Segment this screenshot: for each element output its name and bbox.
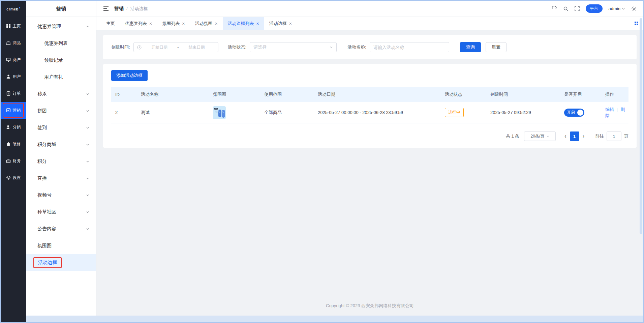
submenu-item-label: 氛围图: [37, 243, 52, 249]
sidebar-item-marketing[interactable]: 营销: [1, 102, 26, 119]
submenu-item-atmosphere[interactable]: 氛围图: [26, 237, 96, 254]
filter-panel: 创建时间: 开始日期 - 结束日期 活动状态: 请选择 活动名称: 查询 重置: [103, 35, 637, 59]
submenu-item-seckill[interactable]: 秒杀: [26, 86, 96, 102]
submenu-item-label: 积分: [37, 158, 47, 165]
close-icon[interactable]: ×: [149, 21, 152, 26]
page-size-value: 20条/页: [531, 134, 545, 139]
page-number-current[interactable]: 1: [570, 131, 579, 141]
column-header: 使用范围: [260, 91, 314, 97]
search-button[interactable]: 查询: [460, 42, 481, 52]
submenu-item-label: 直播: [37, 175, 47, 181]
refresh-icon[interactable]: [552, 6, 557, 11]
tab-coupon-list[interactable]: 优惠券列表×: [120, 17, 157, 30]
goto-page-input[interactable]: [607, 131, 621, 141]
toggle-knob: [577, 110, 583, 116]
search-icon[interactable]: [563, 6, 569, 11]
chevron-down-icon: [86, 143, 89, 146]
submenu-item-label: 公告内容: [37, 226, 56, 232]
close-icon[interactable]: ×: [182, 21, 185, 26]
next-page-icon[interactable]: ›: [579, 133, 588, 139]
tab-activity-border[interactable]: 活动边框×: [264, 17, 297, 30]
submenu-item-video-account[interactable]: 视频号: [26, 187, 96, 204]
sidebar-item-goods[interactable]: 商品: [1, 34, 26, 51]
submenu-item-label: 拼团: [37, 108, 47, 114]
chevron-down-icon: [622, 7, 625, 10]
reset-button[interactable]: 重置: [486, 42, 507, 52]
table-body: 2 测试 SHO: [111, 102, 628, 123]
activity-name-input[interactable]: [370, 42, 449, 52]
submenu-item-coupon-list[interactable]: 优惠券列表: [26, 35, 96, 52]
chevron-down-icon: [86, 160, 89, 163]
user-menu[interactable]: admin: [609, 6, 625, 11]
submenu-item-community[interactable]: 种草社区: [26, 204, 96, 221]
sidebar-item-settings[interactable]: 设置: [1, 169, 26, 186]
toggle-label: 开启: [567, 110, 575, 115]
chevron-up-icon: [86, 25, 89, 28]
submenu-item-claim-records[interactable]: 领取记录: [26, 52, 96, 69]
tab-label: 主页: [106, 21, 115, 27]
sidebar-item-distribution[interactable]: 分销: [1, 119, 26, 136]
sidebar-item-decorate[interactable]: 装修: [1, 136, 26, 152]
submenu-item-user-gift[interactable]: 用户有礼: [26, 69, 96, 86]
goto-suffix: 页: [624, 133, 628, 139]
submenu-item-activity-border[interactable]: 活动边框: [26, 254, 96, 271]
table-header-row: ID 活动名称 氛围图 使用范围 活动日期 活动状态 创建时间 是否开启 操作: [111, 87, 628, 102]
sidebar-item-label: 装修: [13, 141, 21, 147]
cell-switch: 开启: [560, 109, 601, 117]
date-range-picker[interactable]: 开始日期 - 结束日期: [133, 42, 218, 52]
submenu-item-label: 签到: [37, 125, 47, 131]
order-icon: [6, 91, 11, 96]
submenu-item-points[interactable]: 积分: [26, 153, 96, 170]
tab-activity-atmosphere[interactable]: 活动氛围×: [190, 17, 222, 30]
submenu-item-live[interactable]: 直播: [26, 170, 96, 187]
close-icon[interactable]: ×: [289, 21, 292, 26]
status-label: 活动状态:: [228, 44, 247, 50]
submenu-item-signin[interactable]: 签到: [26, 119, 96, 136]
sidebar-item-finance[interactable]: 财务: [1, 152, 26, 169]
end-date-placeholder: 结束日期: [179, 45, 215, 50]
cell-created-at: 2025-05-27 09:52:29: [486, 110, 560, 115]
page-size-select[interactable]: 20条/页: [524, 131, 556, 141]
settings-gear-icon[interactable]: [631, 6, 637, 11]
sidebar-item-label: 财务: [13, 158, 21, 164]
add-activity-border-button[interactable]: 添加活动边框: [111, 70, 148, 81]
submenu-item-groupbuy[interactable]: 拼团: [26, 102, 96, 119]
cell-date-range: 2025-05-27 00:00:00 - 2025-06-28 23:59:5…: [314, 110, 441, 115]
goto-page: 前往 页: [595, 131, 628, 141]
tab-activity-border-list[interactable]: 活动边框列表×: [223, 17, 264, 30]
platform-badge[interactable]: 平台: [586, 4, 603, 13]
close-icon[interactable]: ×: [256, 21, 259, 26]
sidebar-item-merchant[interactable]: 商户: [1, 51, 26, 68]
bottom-scrollbar-strip[interactable]: [26, 316, 643, 322]
edit-link[interactable]: 编辑: [605, 107, 614, 112]
cell-id: 2: [111, 110, 137, 115]
column-header: 氛围图: [209, 91, 260, 97]
atmosphere-thumbnail[interactable]: SHO: [213, 106, 226, 119]
status-select[interactable]: 请选择: [250, 42, 337, 52]
enable-toggle[interactable]: 开启: [564, 109, 584, 117]
sidebar-item-user[interactable]: 用户: [1, 68, 26, 85]
distribution-icon: [6, 125, 11, 129]
tab-options-icon[interactable]: [634, 21, 639, 26]
sidebar-item-order[interactable]: 订单: [1, 85, 26, 102]
sidebar-item-label: 订单: [13, 91, 21, 96]
breadcrumb-root[interactable]: 营销: [114, 6, 124, 12]
fullscreen-icon[interactable]: [575, 6, 580, 11]
close-icon[interactable]: ×: [215, 21, 217, 26]
submenu-item-announcement[interactable]: 公告内容: [26, 221, 96, 237]
tab-atmosphere-list[interactable]: 氛围列表×: [157, 17, 190, 30]
sidebar-item-home[interactable]: 主页: [1, 18, 26, 34]
tabs-bar: 主页 优惠券列表× 氛围列表× 活动氛围× 活动边框列表× 活动边框×: [96, 17, 643, 30]
submenu-item-coupon-manage[interactable]: 优惠券管理: [26, 18, 96, 35]
chevron-down-icon: [546, 135, 549, 138]
marketing-icon: [6, 108, 11, 113]
decorate-icon: [6, 142, 11, 146]
column-header: 活动日期: [314, 91, 441, 97]
submenu-item-points-mall[interactable]: 积分商城: [26, 136, 96, 153]
collapse-menu-icon[interactable]: [103, 6, 109, 11]
tab-home[interactable]: 主页: [101, 17, 120, 30]
activity-border-table: ID 活动名称 氛围图 使用范围 活动日期 活动状态 创建时间 是否开启 操作 …: [111, 87, 628, 123]
prev-page-icon[interactable]: ‹: [561, 133, 570, 139]
vertical-scrollbar[interactable]: [640, 18, 642, 234]
logo-dot: [19, 7, 20, 8]
